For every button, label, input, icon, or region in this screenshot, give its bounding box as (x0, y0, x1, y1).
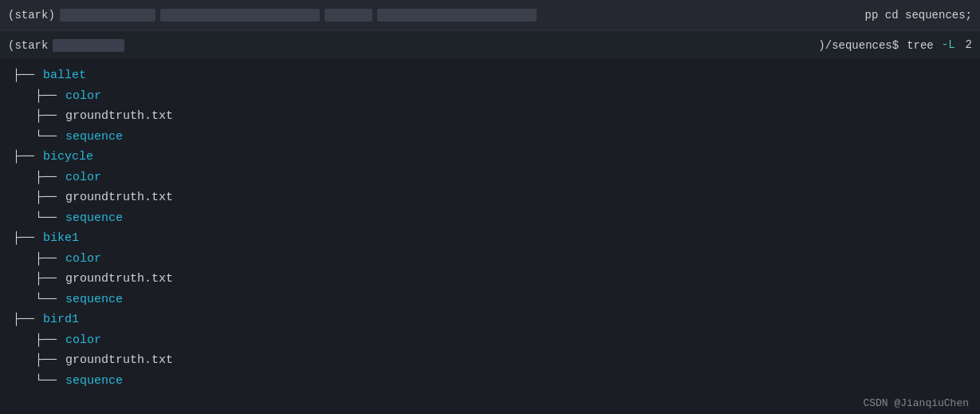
tree-cmd: tree (907, 39, 934, 52)
entry-name: ballet (43, 65, 86, 86)
indent-space (13, 269, 35, 290)
tree-row: ├── ballet (13, 65, 980, 86)
entry-name: sequence (65, 208, 123, 229)
indent-space (13, 350, 35, 371)
branch-char: └── (35, 290, 64, 310)
tree-row: ├── groundtruth.txt (13, 269, 980, 290)
indent-space (13, 168, 35, 188)
watermark: CSDN @JianqiuChen (863, 397, 969, 409)
branch-char: ├── (13, 65, 41, 86)
indent-space (13, 330, 35, 351)
branch-char: ├── (35, 330, 64, 351)
entry-name: sequence (65, 371, 123, 392)
branch-char: └── (35, 371, 64, 392)
branch-char: └── (35, 127, 64, 148)
tree-row: ├── groundtruth.txt (13, 187, 980, 208)
branch-char: ├── (13, 310, 41, 330)
flag-space: -L 2 (942, 38, 972, 52)
terminal-header-row2: (stark )/sequences$ tree -L 2 (0, 30, 980, 59)
branch-char: ├── (35, 106, 64, 127)
entry-name: groundtruth.txt (65, 269, 173, 290)
redacted-block-3 (325, 9, 372, 22)
tree-command-display: )/sequences$ tree -L 2 (818, 38, 972, 52)
tree-row: ├── bird1 (13, 310, 980, 330)
branch-char: ├── (13, 147, 41, 168)
entry-name: color (65, 330, 101, 351)
indent-space (13, 106, 35, 127)
branch-char: ├── (35, 86, 64, 107)
sequences-prompt: )/sequences$ (818, 39, 899, 52)
branch-char: ├── (35, 269, 64, 290)
redacted-block-5 (53, 39, 124, 52)
cmd-flag: -L (942, 38, 955, 51)
terminal: (stark) pp cd sequences; (stark )/sequen… (0, 0, 980, 414)
entry-name: bike1 (43, 228, 79, 249)
cd-command: pp cd sequences; (865, 9, 972, 22)
tree-row: ├── color (13, 330, 980, 351)
terminal-header-row1: (stark) pp cd sequences; (0, 0, 980, 30)
entry-name: color (65, 249, 101, 270)
tree-row: ├── color (13, 249, 980, 270)
branch-char: └── (35, 208, 64, 229)
entry-name: bicycle (43, 147, 93, 168)
entry-name: groundtruth.txt (65, 187, 173, 208)
redacted-block-1 (60, 9, 155, 22)
indent-space (13, 86, 35, 107)
branch-char: ├── (35, 168, 64, 188)
tree-row: ├── color (13, 86, 980, 107)
indent-space (13, 208, 35, 229)
entry-name: sequence (65, 290, 123, 310)
tree-row: ├── groundtruth.txt (13, 350, 980, 371)
tree-row: ├── bicycle (13, 147, 980, 168)
tree-row: └── sequence (13, 290, 980, 310)
tree-row: └── sequence (13, 208, 980, 229)
redacted-block-4 (377, 9, 537, 22)
entry-name: color (65, 168, 101, 188)
indent-space (13, 290, 35, 310)
cmd-flag-value: 2 (966, 38, 972, 51)
tree-row: ├── groundtruth.txt (13, 106, 980, 127)
tree-row: └── sequence (13, 127, 980, 148)
tree-row: └── sequence (13, 371, 980, 392)
tree-row: ├── color (13, 168, 980, 188)
redacted-block-2 (160, 9, 320, 22)
prompt-left: (stark) (8, 9, 55, 22)
entry-name: sequence (65, 127, 123, 148)
branch-char: ├── (35, 187, 64, 208)
branch-char: ├── (35, 350, 64, 371)
entry-name: groundtruth.txt (65, 350, 173, 371)
command-display: pp cd sequences; (865, 9, 972, 22)
indent-space (13, 187, 35, 208)
tree-row: ├── bike1 (13, 228, 980, 249)
indent-space (13, 371, 35, 392)
indent-space (13, 249, 35, 270)
entry-name: bird1 (43, 310, 79, 330)
entry-name: color (65, 86, 101, 107)
entry-name: groundtruth.txt (65, 106, 173, 127)
tree-output: ├── ballet ├── color ├── groundtruth.txt… (0, 59, 980, 391)
branch-char: ├── (13, 228, 41, 249)
branch-char: ├── (35, 249, 64, 270)
indent-space (13, 127, 35, 148)
prompt-left2: (stark (8, 39, 48, 52)
